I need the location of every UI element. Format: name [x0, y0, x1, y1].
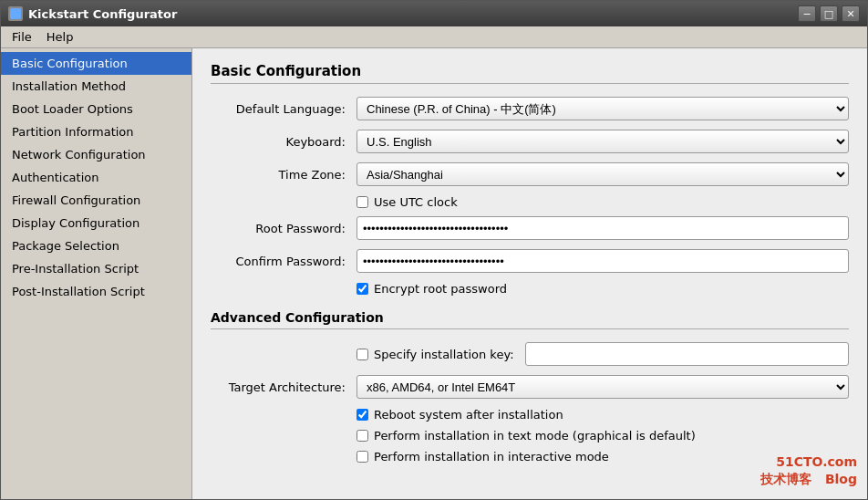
timezone-row: Time Zone: Asia/ShanghaiAmerica/New_York… — [211, 162, 849, 186]
root-password-label: Root Password: — [211, 222, 356, 235]
sidebar: Basic Configuration Installation Method … — [1, 48, 192, 499]
minimize-button[interactable]: − — [798, 5, 816, 22]
content-area: Basic Configuration Installation Method … — [1, 48, 867, 499]
target-arch-label: Target Architecture: — [211, 380, 356, 394]
sidebar-item-display-configuration[interactable]: Display Configuration — [1, 212, 191, 234]
menubar: File Help — [1, 26, 867, 48]
text-mode-label: Perform installation in text mode (graph… — [374, 429, 696, 443]
interactive-mode-row: Perform installation in interactive mode — [211, 450, 849, 464]
sidebar-item-network-configuration[interactable]: Network Configuration — [1, 143, 191, 166]
confirm-password-label: Confirm Password: — [211, 255, 356, 268]
encrypt-password-label: Encrypt root password — [374, 282, 507, 296]
confirm-password-control — [356, 249, 849, 273]
specify-key-input[interactable] — [525, 342, 849, 366]
root-password-input[interactable] — [356, 216, 849, 240]
keyboard-control: U.S. EnglishGermanFrenchJapanese — [356, 130, 849, 153]
specify-key-label: Specify installation key: — [374, 348, 514, 361]
advanced-section: Advanced Configuration Specify installat… — [211, 310, 849, 464]
keyboard-select[interactable]: U.S. EnglishGermanFrenchJapanese — [356, 130, 849, 153]
confirm-password-input[interactable] — [356, 249, 849, 273]
timezone-control: Asia/ShanghaiAmerica/New_YorkEurope/Lond… — [356, 162, 849, 186]
close-button[interactable]: ✕ — [842, 5, 860, 22]
timezone-label: Time Zone: — [211, 168, 356, 182]
specify-key-checkbox[interactable] — [356, 349, 368, 360]
text-mode-checkbox[interactable] — [356, 430, 368, 442]
root-password-control — [356, 216, 849, 240]
target-arch-select[interactable]: x86, AMD64, or Intel EM64Tx86AMD64Intel … — [356, 375, 849, 399]
sidebar-item-package-selection[interactable]: Package Selection — [1, 234, 191, 257]
keyboard-label: Keyboard: — [211, 135, 356, 149]
root-password-row: Root Password: — [211, 216, 849, 240]
menu-help[interactable]: Help — [39, 28, 81, 46]
default-language-control: Chinese (P.R. of China) - 中文(简体)English … — [356, 97, 849, 120]
titlebar-left: Kickstart Configurator — [8, 6, 177, 21]
sidebar-item-basic-configuration[interactable]: Basic Configuration — [1, 52, 191, 75]
utc-clock-label: Use UTC clock — [374, 195, 458, 209]
target-arch-row: Target Architecture: x86, AMD64, or Inte… — [211, 375, 849, 399]
sidebar-item-boot-loader-options[interactable]: Boot Loader Options — [1, 98, 191, 120]
utc-clock-row: Use UTC clock — [211, 195, 849, 209]
utc-clock-checkbox[interactable] — [356, 196, 368, 208]
keyboard-row: Keyboard: U.S. EnglishGermanFrenchJapane… — [211, 130, 849, 153]
svg-rect-0 — [10, 8, 21, 19]
interactive-mode-label: Perform installation in interactive mode — [374, 450, 609, 464]
section-title-basic: Basic Configuration — [211, 63, 849, 84]
sidebar-item-installation-method[interactable]: Installation Method — [1, 75, 191, 98]
window-title: Kickstart Configurator — [28, 7, 177, 21]
text-mode-row: Perform installation in text mode (graph… — [211, 429, 849, 443]
titlebar: Kickstart Configurator − □ ✕ — [1, 1, 867, 26]
sidebar-item-partition-information[interactable]: Partition Information — [1, 120, 191, 143]
menu-file[interactable]: File — [5, 28, 39, 46]
default-language-label: Default Language: — [211, 102, 356, 116]
sidebar-item-firewall-configuration[interactable]: Firewall Configuration — [1, 189, 191, 212]
encrypt-password-row: Encrypt root password — [211, 282, 849, 296]
titlebar-buttons: − □ ✕ — [798, 5, 860, 22]
app-icon — [8, 6, 23, 21]
confirm-password-row: Confirm Password: — [211, 249, 849, 273]
reboot-label: Reboot system after installation — [374, 408, 563, 422]
default-language-row: Default Language: Chinese (P.R. of China… — [211, 97, 849, 120]
encrypt-password-checkbox[interactable] — [356, 283, 368, 295]
main-area: Basic Configuration Default Language: Ch… — [192, 48, 867, 499]
sidebar-item-post-installation-script[interactable]: Post-Installation Script — [1, 280, 191, 303]
interactive-mode-checkbox[interactable] — [356, 451, 368, 463]
specify-key-row: Specify installation key: — [211, 342, 849, 366]
section-title-advanced: Advanced Configuration — [211, 310, 849, 329]
target-arch-control: x86, AMD64, or Intel EM64Tx86AMD64Intel … — [356, 375, 849, 399]
reboot-checkbox[interactable] — [356, 409, 368, 421]
reboot-row: Reboot system after installation — [211, 408, 849, 422]
default-language-select[interactable]: Chinese (P.R. of China) - 中文(简体)English … — [356, 97, 849, 120]
main-window: Kickstart Configurator − □ ✕ File Help B… — [0, 0, 868, 500]
timezone-select[interactable]: Asia/ShanghaiAmerica/New_YorkEurope/Lond… — [356, 162, 849, 186]
sidebar-item-pre-installation-script[interactable]: Pre-Installation Script — [1, 257, 191, 280]
maximize-button[interactable]: □ — [820, 5, 838, 22]
sidebar-item-authentication[interactable]: Authentication — [1, 166, 191, 189]
